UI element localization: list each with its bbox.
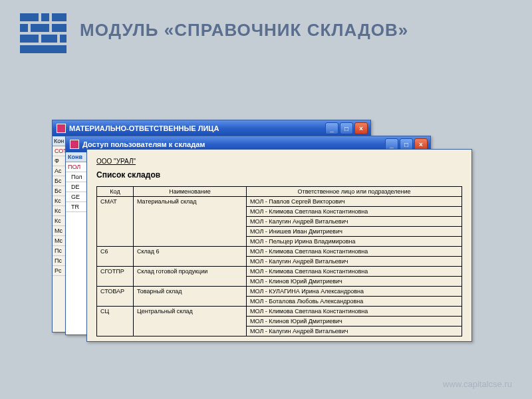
list-item[interactable]: ПОЛ <box>66 162 86 172</box>
cell-code: С6 <box>97 247 134 267</box>
cell-code: СМАТ <box>97 197 134 247</box>
warehouse-table: Код Наименование Ответственное лицо или … <box>96 186 462 336</box>
cell-responsible: МОЛ - КУЛАГИНА Ирина Александровна <box>247 287 462 297</box>
cell-responsible: МОЛ - Климова Светлана Константиновна <box>247 247 462 257</box>
table-row: СМАТМатериальный складМОЛ - Павлов Серге… <box>97 197 462 207</box>
close-button[interactable]: × <box>354 122 368 134</box>
table-row: СЦЦентральный складМОЛ - Климова Светлан… <box>97 307 462 317</box>
list-item[interactable]: TR <box>66 202 86 212</box>
cell-responsible: МОЛ - Клинов Юрий Дмитриевич <box>247 317 462 327</box>
cell-name: Материальный склад <box>134 197 247 247</box>
svg-rect-1 <box>41 13 49 21</box>
cell-responsible: МОЛ - Климова Светлана Константиновна <box>247 267 462 277</box>
side-column: Конв ПОЛ Пол DEGETR <box>66 152 87 334</box>
window-warehouse-report: ООО "УРАЛ" Список складов Код Наименован… <box>86 149 472 342</box>
cell-code: СГОТПР <box>97 267 134 287</box>
svg-rect-6 <box>20 35 39 43</box>
titlebar[interactable]: МАТЕРИАЛЬНО-ОТВЕТСТВЕННЫЕ ЛИЦА _ □ × <box>53 120 370 136</box>
svg-rect-4 <box>31 24 49 32</box>
cell-name: Центральный склад <box>134 307 247 336</box>
svg-rect-3 <box>20 24 28 32</box>
window-title: МАТЕРИАЛЬНО-ОТВЕТСТВЕННЫЕ ЛИЦА <box>69 124 325 132</box>
app-icon <box>57 124 66 133</box>
cell-code: СЦ <box>97 307 134 336</box>
page-title: МОДУЛЬ «СПРАВОЧНИК СКЛАДОВ» <box>80 20 408 41</box>
cell-name: Склад 6 <box>134 247 247 267</box>
cell-code: СТОВАР <box>97 287 134 307</box>
svg-rect-0 <box>20 13 39 21</box>
cell-name: Склад готовой продукции <box>134 267 247 287</box>
cell-responsible: МОЛ - Клинов Юрий Дмитриевич <box>247 277 462 287</box>
col-name: Наименование <box>134 187 247 197</box>
table-row: С6Склад 6МОЛ - Климова Светлана Констант… <box>97 247 462 257</box>
maximize-button[interactable]: □ <box>340 122 353 134</box>
minimize-button[interactable]: _ <box>325 122 338 134</box>
cell-name: Товарный склад <box>134 287 247 307</box>
column-header: Конв <box>66 152 86 162</box>
svg-rect-5 <box>52 24 66 32</box>
organization-name: ООО "УРАЛ" <box>96 158 462 165</box>
app-icon <box>70 140 79 149</box>
svg-rect-9 <box>20 45 66 53</box>
table-row: СГОТПРСклад готовой продукцииМОЛ - Климо… <box>97 267 462 277</box>
cell-responsible: МОЛ - Климова Светлана Константиновна <box>247 307 462 317</box>
cell-responsible: МОЛ - Инишев Иван Дмитриевич <box>247 227 462 237</box>
table-row: СТОВАРТоварный складМОЛ - КУЛАГИНА Ирина… <box>97 287 462 297</box>
window-title: Доступ пользователям к складам <box>82 140 385 148</box>
cell-responsible: МОЛ - Калугин Андрей Витальевич <box>247 217 462 227</box>
cell-responsible: МОЛ - Павлов Сергей Викторович <box>247 197 462 207</box>
report-title: Список складов <box>96 170 462 180</box>
cell-responsible: МОЛ - Климова Светлана Константиновна <box>247 207 462 217</box>
svg-rect-7 <box>41 35 57 43</box>
list-item[interactable]: GE <box>66 192 86 202</box>
footer-link: www.capitalcse.ru <box>443 379 512 389</box>
col-code: Код <box>97 187 134 197</box>
cell-responsible: МОЛ - Пельцер Ирина Владимировна <box>247 237 462 247</box>
logo <box>20 13 66 53</box>
col-responsible: Ответственное лицо или подразделение <box>247 187 462 197</box>
cell-responsible: МОЛ - Калугин Андрей Витальевич <box>247 327 462 336</box>
report-body: ООО "УРАЛ" Список складов Код Наименован… <box>87 150 471 344</box>
list-item[interactable]: Пол <box>66 172 86 182</box>
cell-responsible: МОЛ - Боталова Любовь Александровна <box>247 297 462 307</box>
list-item[interactable]: DE <box>66 182 86 192</box>
svg-rect-8 <box>60 35 66 43</box>
svg-rect-2 <box>52 13 66 21</box>
cell-responsible: МОЛ - Калугин Андрей Витальевич <box>247 257 462 267</box>
